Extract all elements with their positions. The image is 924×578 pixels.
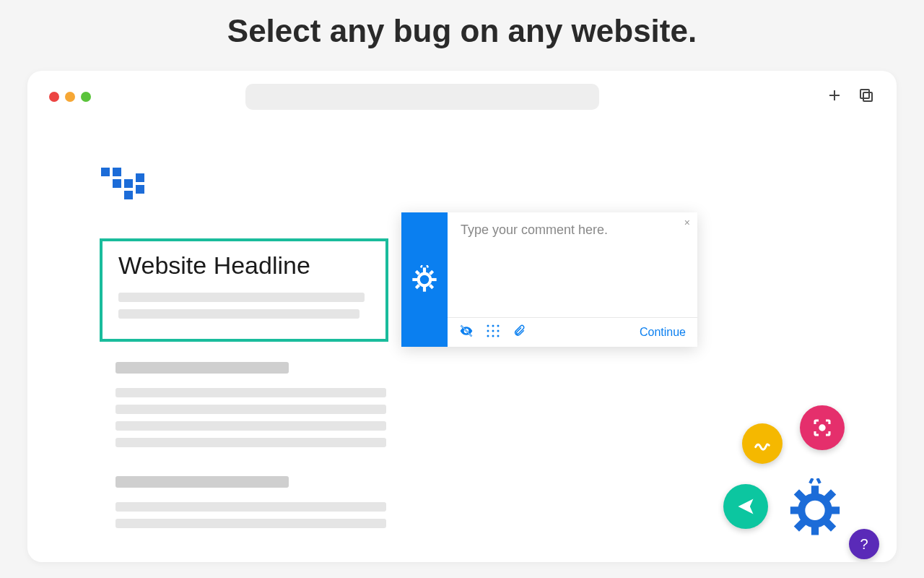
svg-rect-4: [101, 168, 110, 176]
skeleton-line: [116, 519, 386, 528]
comment-popup: ×: [401, 212, 697, 347]
svg-rect-6: [113, 179, 121, 188]
svg-line-16: [416, 271, 419, 274]
grid-icon: [487, 324, 500, 337]
traffic-light-close: [49, 92, 59, 102]
draw-icon: [752, 434, 772, 454]
help-icon: ?: [860, 536, 868, 553]
svg-point-28: [487, 335, 489, 337]
traffic-light-minimize: [65, 92, 75, 102]
svg-line-37: [796, 492, 803, 499]
svg-line-38: [826, 522, 833, 529]
close-comment-button[interactable]: ×: [684, 217, 690, 228]
grid-button[interactable]: [487, 324, 500, 340]
svg-point-22: [487, 325, 489, 327]
svg-point-25: [487, 330, 489, 332]
new-tab-button[interactable]: [826, 87, 843, 107]
browser-window-mockup: Website Headline: [27, 71, 897, 562]
svg-point-26: [492, 330, 494, 332]
arrows-logo-icon: [100, 166, 156, 207]
attachment-icon: [513, 324, 526, 338]
content-block: [116, 362, 386, 447]
svg-line-17: [430, 285, 433, 288]
bug-gear-icon: [410, 265, 439, 294]
svg-point-23: [492, 325, 494, 327]
skeleton-line: [118, 309, 359, 319]
website-headline: Website Headline: [118, 251, 370, 280]
skeleton-heading: [116, 476, 289, 488]
svg-line-39: [796, 522, 803, 529]
draw-fab[interactable]: [742, 423, 783, 464]
bug-report-fab[interactable]: [785, 478, 845, 540]
skeleton-line: [118, 293, 365, 302]
skeleton-line: [116, 405, 386, 414]
website-logo: [100, 166, 824, 210]
svg-rect-3: [860, 90, 869, 98]
comment-footer: Continue: [448, 317, 697, 347]
browser-chrome: [27, 71, 897, 123]
svg-point-31: [820, 426, 824, 430]
traffic-light-maximize: [81, 92, 91, 102]
svg-point-24: [497, 325, 500, 327]
svg-rect-7: [124, 179, 133, 188]
svg-line-18: [416, 285, 419, 288]
traffic-lights: [49, 92, 91, 102]
comment-input[interactable]: [448, 212, 697, 317]
send-icon: [736, 496, 756, 517]
address-bar[interactable]: [245, 84, 599, 110]
attachment-button[interactable]: [513, 324, 526, 341]
visibility-toggle-button[interactable]: [459, 324, 474, 341]
plus-icon: [826, 87, 843, 104]
svg-point-29: [492, 335, 494, 337]
svg-rect-9: [136, 173, 144, 182]
skeleton-heading: [116, 362, 289, 374]
send-fab[interactable]: [723, 484, 768, 529]
copy-button[interactable]: [858, 87, 875, 107]
capture-fab[interactable]: [800, 405, 845, 450]
continue-button[interactable]: Continue: [640, 326, 686, 339]
svg-line-40: [826, 492, 833, 499]
svg-point-32: [801, 497, 829, 525]
svg-point-11: [419, 274, 431, 286]
page-title: Select any bug on any website.: [0, 0, 924, 71]
svg-line-19: [430, 271, 433, 274]
help-fab[interactable]: ?: [849, 529, 879, 559]
skeleton-line: [116, 438, 386, 447]
bug-gear-icon: [785, 478, 845, 538]
svg-point-27: [497, 330, 500, 332]
svg-rect-8: [124, 191, 133, 199]
svg-rect-10: [136, 185, 144, 194]
svg-rect-2: [863, 92, 872, 101]
content-block: [116, 476, 386, 528]
skeleton-line: [116, 388, 386, 397]
visibility-off-icon: [459, 324, 474, 338]
svg-point-30: [497, 335, 500, 337]
svg-rect-5: [113, 168, 121, 176]
close-icon: ×: [684, 217, 690, 228]
bug-selection-region[interactable]: Website Headline: [100, 238, 388, 342]
comment-popup-handle[interactable]: [401, 212, 448, 347]
skeleton-line: [116, 421, 386, 431]
copy-icon: [858, 87, 875, 104]
capture-icon: [811, 417, 833, 439]
skeleton-line: [116, 502, 386, 512]
